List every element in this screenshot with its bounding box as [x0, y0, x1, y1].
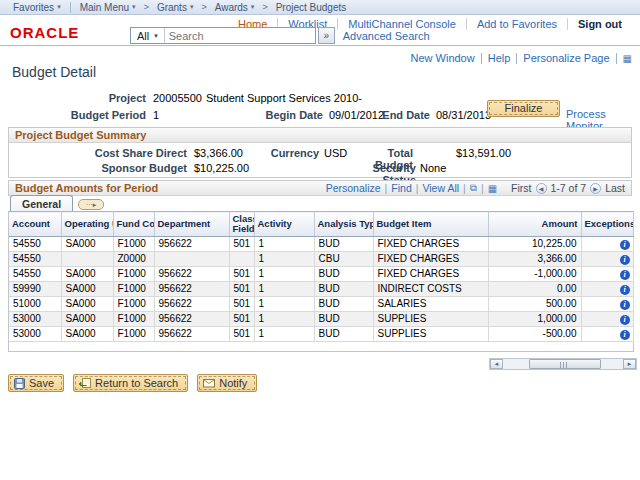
cell-account: 54550	[9, 251, 61, 266]
cell-operating-unit	[61, 251, 113, 266]
col-account[interactable]: Account	[9, 212, 61, 237]
breadcrumb-awards[interactable]: Awards ▾	[208, 2, 262, 13]
scroll-left-icon[interactable]: ◄	[490, 359, 503, 369]
info-icon[interactable]: i	[620, 330, 630, 340]
info-icon[interactable]: i	[620, 285, 630, 295]
budget-amounts-header: Budget Amounts for Period Personalize | …	[8, 180, 632, 196]
project-description: Student Support Services 2010-	[206, 92, 362, 104]
cell-activity: 1	[254, 281, 314, 296]
return-to-search-label: Return to Search	[95, 375, 178, 391]
new-window-link[interactable]: New Window	[405, 52, 481, 64]
sign-out-link[interactable]: Sign out	[568, 18, 632, 30]
cell-analysis-type: BUD	[314, 311, 373, 326]
cell-exceptions: i	[581, 296, 633, 311]
cell-activity: 1	[254, 296, 314, 311]
search-go-button[interactable]: »	[318, 27, 335, 44]
grid-footer-strip	[9, 342, 633, 351]
cell-exceptions: i	[581, 281, 633, 296]
cost-share-direct-value: $3,366.00	[194, 147, 243, 159]
breadcrumb-grants[interactable]: Grants ▾	[150, 2, 201, 13]
cell-class-field: 501	[229, 326, 254, 341]
cell-analysis-type: BUD	[314, 266, 373, 281]
sponsor-budget-label: Sponsor Budget	[9, 162, 187, 174]
help-link[interactable]: Help	[482, 52, 517, 64]
info-icon[interactable]: i	[620, 315, 630, 325]
horizontal-scrollbar[interactable]: ◄ ►	[489, 358, 637, 370]
breadcrumb-main-menu[interactable]: Main Menu ▾	[73, 2, 143, 13]
popup-window-icon[interactable]: ⧉	[470, 182, 477, 194]
personalize-link[interactable]: Personalize	[326, 182, 381, 194]
cell-analysis-type: BUD	[314, 296, 373, 311]
cell-account: 51000	[9, 296, 61, 311]
info-icon[interactable]: i	[620, 300, 630, 310]
search-input[interactable]	[165, 28, 315, 43]
save-button[interactable]: Save	[8, 374, 64, 392]
cell-operating-unit: SA000	[61, 326, 113, 341]
budget-period-label: Budget Period	[40, 109, 146, 121]
col-analysis-type[interactable]: Analysis Type	[314, 212, 373, 237]
col-fund-code[interactable]: Fund Code	[113, 212, 154, 237]
cell-class-field: 501	[229, 311, 254, 326]
cell-amount: 500.00	[488, 296, 581, 311]
cell-class-field	[229, 251, 254, 266]
info-icon[interactable]: i	[620, 240, 630, 250]
footer-toolbar: Save Return to Search Notify	[8, 374, 257, 392]
project-budget-summary-box: Project Budget Summary Cost Share Direct…	[8, 127, 632, 178]
project-label: Project	[40, 92, 146, 104]
cell-operating-unit: SA000	[61, 296, 113, 311]
tab-general[interactable]: General	[10, 195, 73, 212]
breadcrumb-favorites[interactable]: Favorites ▾	[6, 2, 68, 13]
grid-pager: First ◀ 1-7 of 7 ▶ Last	[511, 182, 625, 194]
breadcrumb-project-budgets[interactable]: Project Budgets	[269, 2, 354, 13]
save-icon	[14, 378, 25, 389]
personalize-page-link[interactable]: Personalize Page	[517, 52, 615, 64]
summary-header: Project Budget Summary	[9, 128, 631, 143]
col-department[interactable]: Department	[154, 212, 229, 237]
favorites-label: Favorites	[13, 2, 54, 13]
view-all-link[interactable]: View All	[422, 182, 459, 194]
cell-budget-item: SUPPLIES	[373, 326, 488, 341]
find-link[interactable]: Find	[391, 182, 411, 194]
download-grid-icon[interactable]: ▦	[488, 183, 497, 194]
cell-class-field: 501	[229, 266, 254, 281]
notify-button[interactable]: Notify	[197, 374, 257, 392]
sponsor-budget-value: $10,225.00	[194, 162, 249, 174]
finalize-button[interactable]: Finalize	[487, 100, 560, 117]
cell-exceptions: i	[581, 311, 633, 326]
cost-share-direct-label: Cost Share Direct	[9, 147, 187, 159]
cell-fund-code: Z0000	[113, 251, 154, 266]
scroll-right-icon[interactable]: ►	[623, 359, 636, 369]
search-scope-select[interactable]: All ▾	[131, 28, 165, 43]
next-row-icon[interactable]: ▶	[590, 183, 601, 194]
col-operating-unit[interactable]: Operating Unit	[61, 212, 113, 237]
info-icon[interactable]: i	[620, 270, 630, 280]
grid-title: Budget Amounts for Period	[15, 182, 158, 194]
last-link[interactable]: Last	[605, 182, 625, 194]
cell-account: 54550	[9, 266, 61, 281]
divider: |	[481, 182, 484, 194]
return-to-search-button[interactable]: Return to Search	[73, 374, 188, 392]
add-to-favorites-link[interactable]: Add to Favorites	[467, 18, 568, 30]
first-link[interactable]: First	[511, 182, 531, 194]
table-row: 53000SA000F10009566225011BUDSUPPLIES1,00…	[9, 311, 633, 326]
scrollbar-track[interactable]	[503, 359, 623, 369]
cell-amount: -1,000.00	[488, 266, 581, 281]
table-row: 51000SA000F10009566225011BUDSALARIES500.…	[9, 296, 633, 311]
summary-title: Project Budget Summary	[15, 129, 146, 141]
col-amount[interactable]: Amount	[488, 212, 581, 237]
col-activity[interactable]: Activity	[254, 212, 314, 237]
show-all-columns-icon[interactable]: ⋯▸	[78, 199, 104, 210]
grid-body: 54550SA000F10009566225011BUDFIXED CHARGE…	[9, 236, 633, 341]
col-budget-item[interactable]: Budget Item	[373, 212, 488, 237]
previous-row-icon[interactable]: ◀	[536, 183, 547, 194]
layout-grid-icon[interactable]: ▦	[617, 53, 632, 64]
info-icon[interactable]: i	[620, 255, 630, 265]
project-budgets-label: Project Budgets	[276, 2, 347, 13]
col-exceptions[interactable]: Exceptions	[581, 212, 633, 237]
advanced-search-link[interactable]: Advanced Search	[343, 30, 430, 42]
scrollbar-thumb[interactable]	[529, 359, 601, 369]
security-status-value: None	[420, 162, 446, 174]
table-row: 53000SA000F10009566225011BUDSUPPLIES-500…	[9, 326, 633, 341]
cell-analysis-type: BUD	[314, 236, 373, 251]
col-class-field[interactable]: Class Field	[229, 212, 254, 237]
